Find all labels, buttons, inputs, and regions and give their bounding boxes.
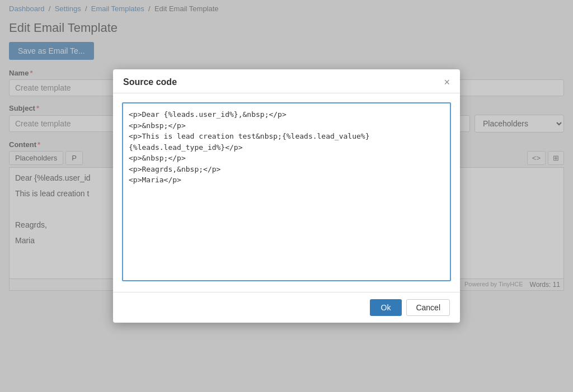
modal-ok-button[interactable]: Ok <box>370 299 402 316</box>
source-code-modal: Source code × Ok Cancel <box>113 69 460 323</box>
modal-header: Source code × <box>113 69 460 93</box>
modal-title: Source code <box>123 77 177 87</box>
modal-footer: Ok Cancel <box>113 292 460 323</box>
page-background: Dashboard / Settings / Email Templates /… <box>0 0 573 392</box>
modal-body <box>113 93 460 292</box>
modal-cancel-button[interactable]: Cancel <box>406 299 450 316</box>
modal-close-button[interactable]: × <box>444 77 450 87</box>
modal-overlay: Source code × Ok Cancel <box>0 0 573 392</box>
source-code-textarea[interactable] <box>122 102 451 281</box>
